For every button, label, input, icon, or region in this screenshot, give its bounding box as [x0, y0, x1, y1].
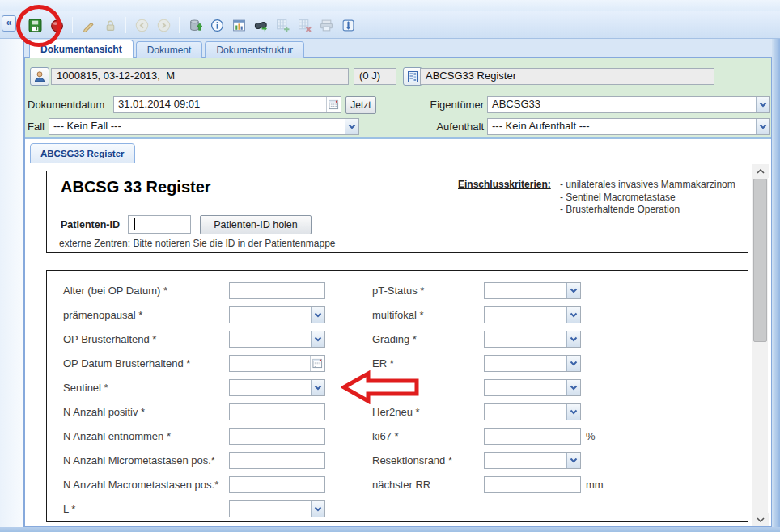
aufenthalt-value: --- Kein Aufenthalt --- — [488, 119, 769, 133]
chevron-down-icon[interactable] — [311, 331, 324, 347]
print-icon[interactable] — [317, 16, 335, 34]
search-icon[interactable] — [252, 16, 269, 34]
n-anzahl-micrometastasen-label: N Anzahl Micrometastasen pos.* — [63, 454, 215, 467]
chevron-down-icon[interactable] — [566, 356, 580, 371]
window-right-frame — [772, 39, 780, 532]
naechster-rr-input[interactable] — [484, 476, 581, 493]
document-view-panel: 1000815, 03-12-2013, M (0 J) ABCSG33 Reg… — [24, 57, 772, 527]
forward-icon[interactable] — [155, 16, 172, 34]
chevron-down-icon[interactable] — [756, 97, 769, 112]
alter-label: Alter (bei OP Datum) * — [63, 285, 167, 297]
l-select[interactable] — [229, 500, 325, 517]
chevron-down-icon[interactable] — [311, 501, 324, 517]
naechster-rr-label: nächster RR — [372, 479, 430, 491]
chevron-down-icon[interactable] — [311, 307, 324, 323]
n-anzahl-macrometastasen-label: N Anzahl Macrometastasen pos.* — [63, 479, 218, 491]
dokumentdatum-label: Dokumentdatum — [28, 99, 104, 111]
eigentuemer-select[interactable]: ABCSG33 — [487, 96, 770, 113]
einschlusskriterien-list: - unilaterales invasives Mammakarzinom -… — [560, 179, 735, 217]
collapsed-west-panel[interactable] — [0, 39, 24, 527]
chevron-down-icon[interactable] — [345, 119, 358, 134]
jetzt-button[interactable]: Jetzt — [345, 96, 376, 114]
form-title: ABCSG 33 Register — [61, 178, 211, 196]
window-top-strip — [0, 0, 780, 11]
l-label: L * — [63, 503, 75, 515]
einschlusskriterium-item: - unilaterales invasives Mammakarzinom — [560, 179, 735, 192]
tab-label: Dokument — [147, 44, 192, 56]
report-icon[interactable] — [230, 16, 248, 34]
eigentuemer-value: ABCSG33 — [488, 97, 769, 111]
op-brusterhaltend-select[interactable] — [229, 331, 325, 348]
aufenthalt-select[interactable]: --- Kein Aufenthalt --- — [487, 118, 770, 135]
fall-value: --- Kein Fall --- — [49, 119, 358, 133]
scroll-up-icon[interactable] — [752, 164, 769, 178]
info-icon[interactable] — [208, 16, 226, 34]
toolbar-separator — [72, 17, 73, 33]
sentinel-select[interactable] — [229, 379, 325, 396]
main-tabbar: Dokumentansicht Dokument Dokumentstruktu… — [29, 40, 304, 58]
vertical-scrollbar[interactable] — [752, 164, 768, 526]
op-datum-brusterhaltend-date[interactable] — [229, 355, 325, 372]
scrollbar-thumb[interactable] — [753, 179, 767, 342]
n-anzahl-macrometastasen-input[interactable] — [229, 476, 325, 493]
patient-age-field: (0 J) — [354, 68, 396, 85]
patient-button[interactable] — [30, 67, 49, 86]
n-anzahl-positiv-input[interactable] — [229, 403, 325, 420]
pt-status-select[interactable] — [484, 282, 581, 299]
naechster-rr-unit: mm — [586, 479, 604, 491]
form-fields-box: Alter (bei OP Datum) * prämenopausal * O… — [46, 270, 748, 522]
lock-icon[interactable] — [101, 16, 119, 34]
tab-dokument[interactable]: Dokument — [136, 41, 203, 58]
multifokal-select[interactable] — [484, 306, 581, 323]
chevron-down-icon[interactable] — [566, 404, 580, 420]
chevron-down-icon[interactable] — [756, 119, 769, 134]
ki67-unit: % — [586, 430, 596, 442]
er-select[interactable] — [484, 355, 581, 372]
tab-label: Dokumentstruktur — [216, 44, 293, 56]
fall-select[interactable]: --- Kein Fall --- — [49, 118, 359, 135]
calendar-icon[interactable] — [326, 97, 341, 112]
patient-info-field: 1000815, 03-12-2013, M — [51, 68, 349, 85]
resektionsrand-select[interactable] — [484, 452, 581, 469]
chevron-down-icon[interactable] — [566, 283, 580, 298]
save-icon[interactable] — [26, 16, 44, 34]
tab-abcsg33-register[interactable]: ABCSG33 Register — [30, 143, 135, 163]
collapse-sidebar-button[interactable]: « — [2, 15, 16, 32]
chevron-down-icon[interactable] — [566, 453, 580, 468]
chevron-down-icon[interactable] — [566, 380, 580, 395]
n-anzahl-entnommen-input[interactable] — [229, 428, 325, 445]
einschlusskriterium-item: - Sentinel Macrometastase — [560, 192, 735, 205]
n-anzahl-micrometastasen-input[interactable] — [229, 452, 325, 469]
her2neu-select[interactable] — [484, 403, 581, 420]
edit-icon[interactable] — [79, 16, 97, 34]
patienten-id-label: Patienten-ID — [61, 219, 120, 230]
patienten-id-input[interactable] — [128, 215, 191, 234]
dokumentdatum-field[interactable]: 31.01.2014 09:01 — [113, 96, 341, 113]
ki67-label: ki67 * — [372, 430, 399, 442]
pr-select[interactable] — [484, 379, 581, 396]
tab-dokumentansicht[interactable]: Dokumentansicht — [29, 40, 134, 58]
toolbar-separator — [125, 17, 126, 33]
calendar-icon[interactable] — [310, 356, 324, 371]
add-grid-icon[interactable] — [273, 16, 291, 34]
export-icon[interactable] — [186, 16, 204, 34]
n-anzahl-entnommen-label: N Anzahl entnommen * — [63, 430, 171, 442]
remove-grid-icon[interactable] — [295, 16, 313, 34]
patienten-id-holen-button[interactable]: Patienten-ID holen — [200, 215, 312, 234]
abort-icon[interactable] — [48, 16, 66, 34]
n-anzahl-positiv-label: N Anzahl positiv * — [63, 406, 145, 418]
alter-input[interactable] — [229, 282, 325, 299]
grading-select[interactable] — [484, 331, 581, 348]
ki67-input[interactable] — [484, 428, 581, 445]
document-header-panel: 1000815, 03-12-2013, M (0 J) ABCSG33 Reg… — [25, 58, 771, 139]
resize-icon[interactable] — [339, 16, 357, 34]
back-icon[interactable] — [133, 16, 150, 34]
tab-label: Dokumentansicht — [40, 44, 122, 55]
chevron-down-icon[interactable] — [566, 307, 580, 323]
scroll-down-icon[interactable] — [752, 513, 769, 526]
tab-dokumentstruktur[interactable]: Dokumentstruktur — [205, 41, 304, 58]
tab-label: ABCSG33 Register — [40, 149, 125, 158]
chevron-down-icon[interactable] — [311, 380, 324, 395]
chevron-down-icon[interactable] — [566, 331, 580, 347]
praemenopausal-select[interactable] — [229, 306, 325, 323]
